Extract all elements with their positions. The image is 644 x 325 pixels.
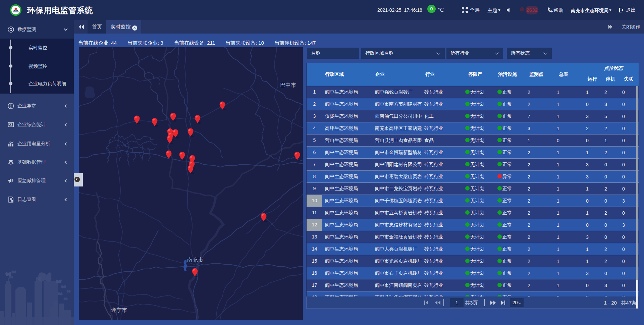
svg-text:巴中市: 巴中市 (280, 82, 296, 88)
svg-text:南充市: 南充市 (187, 257, 203, 263)
svg-text:遂宁市: 遂宁市 (111, 307, 127, 313)
